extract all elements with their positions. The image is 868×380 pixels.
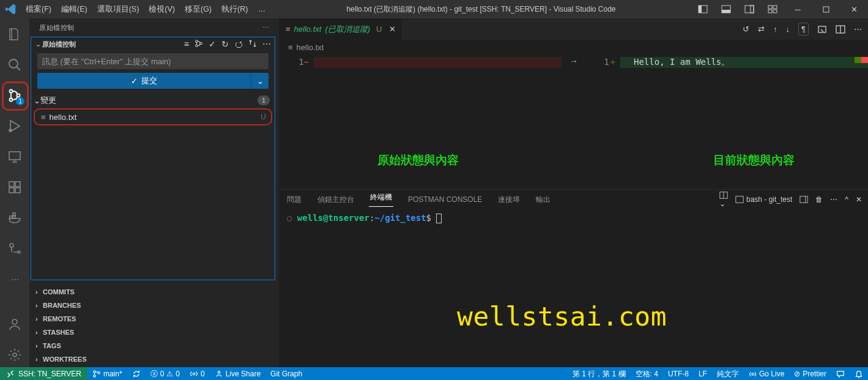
accounts-icon[interactable] — [0, 312, 29, 337]
gitlens-icon[interactable] — [0, 236, 29, 261]
panel-tab-problems[interactable]: 問題 — [286, 195, 303, 205]
status-encoding[interactable]: UTF-8 — [663, 367, 694, 380]
file-icon: ≡ — [41, 113, 46, 122]
status-prettier[interactable]: ⊘ Prettier — [789, 367, 831, 380]
kill-terminal-icon[interactable]: 🗑 — [815, 195, 823, 204]
minimize-button[interactable]: ─ — [784, 0, 812, 18]
editor-more-icon[interactable]: ⋯ — [854, 24, 862, 34]
file-status-badge: U — [261, 113, 266, 121]
split-editor-icon[interactable] — [836, 24, 845, 34]
status-remote[interactable]: SSH: TN_SERVER — [0, 367, 87, 380]
extensions-icon[interactable] — [0, 175, 29, 199]
status-bell-icon[interactable] — [850, 367, 868, 380]
terminal[interactable]: ○ wells@tnserver:~/git_test$ wellstsai.c… — [280, 209, 868, 366]
panel-more-icon[interactable]: ⋯ — [830, 195, 837, 204]
search-icon[interactable] — [0, 53, 29, 77]
status-liveshare[interactable]: Live Share — [210, 367, 265, 380]
status-eol[interactable]: LF — [694, 367, 712, 380]
status-errors[interactable]: ⓧ 0 ⚠ 0 — [146, 367, 185, 380]
diff-editor[interactable]: 1− 原始狀態與內容 → 1+ Hello, I am Wells。 目前狀態與… — [280, 54, 868, 189]
file-icon: ≡ — [286, 24, 291, 34]
group-remotes[interactable]: ›REMOTES — [29, 312, 279, 326]
group-worktrees[interactable]: ›WORKTREES — [29, 352, 279, 366]
history-icon[interactable]: ⭯ — [234, 39, 243, 49]
view-as-list-icon[interactable]: ≡ — [184, 39, 189, 49]
sidebar-more-icon[interactable]: ⋯ — [262, 24, 270, 32]
status-gitgraph[interactable]: Git Graph — [265, 367, 307, 380]
panel-tab-ports[interactable]: 連接埠 — [497, 195, 521, 205]
commit-message-input[interactable]: 訊息 (要在 "Ctrl+Enter" 上提交 main) — [37, 53, 269, 69]
annotation-current: 目前狀態與內容 — [713, 152, 795, 168]
menu-more[interactable]: … — [253, 0, 270, 18]
pull-push-icon[interactable] — [248, 39, 257, 49]
more-actions-icon[interactable]: ⋯ — [262, 39, 271, 49]
group-tags[interactable]: ›TAGS — [29, 339, 279, 352]
changes-count-badge: 1 — [258, 95, 270, 105]
refresh-icon[interactable]: ↻ — [221, 39, 229, 49]
vscode-logo-icon — [0, 4, 21, 15]
panel-tab-terminal[interactable]: 終端機 — [369, 192, 393, 207]
docker-icon[interactable] — [0, 206, 29, 230]
changed-file-row[interactable]: ≡ hello.txt U — [34, 108, 272, 125]
svg-rect-31 — [818, 26, 826, 32]
status-golive[interactable]: Go Live — [744, 367, 789, 380]
maximize-panel-icon[interactable]: ^ — [845, 195, 848, 204]
group-stashes[interactable]: ›STASHES — [29, 326, 279, 339]
split-terminal-icon[interactable]: ⌄ — [719, 191, 728, 208]
sidebar-title: 原始檔控制 ⋯ — [29, 18, 279, 37]
menu-edit[interactable]: 編輯(E) — [56, 0, 92, 18]
status-language[interactable]: 純文字 — [712, 367, 744, 380]
svg-rect-17 — [9, 182, 14, 187]
tab-close-icon[interactable]: ✕ — [389, 24, 396, 34]
panel-tab-debug[interactable]: 偵錯主控台 — [316, 195, 355, 205]
editor-tab-hello[interactable]: ≡ hello.txt (已取消追蹤) U ✕ — [280, 18, 402, 40]
settings-gear-icon[interactable] — [0, 343, 29, 367]
toggle-primary-sidebar-icon[interactable] — [697, 0, 709, 18]
open-file-icon[interactable] — [817, 24, 827, 34]
diff-original-pane[interactable]: 1− 原始狀態與內容 — [280, 54, 562, 189]
group-branches[interactable]: ›BRANCHES — [29, 299, 279, 312]
status-spaces[interactable]: 空格: 4 — [631, 367, 663, 380]
close-button[interactable]: ✕ — [840, 0, 868, 18]
panel-tab-postman[interactable]: POSTMAN CONSOLE — [407, 195, 483, 204]
source-control-icon[interactable]: 1 — [0, 83, 29, 108]
commit-dropdown-button[interactable]: ⌄ — [251, 73, 269, 89]
swap-icon[interactable]: ⇄ — [758, 24, 765, 34]
minimap[interactable] — [855, 54, 868, 189]
remote-explorer-icon[interactable] — [0, 144, 29, 169]
terminal-shell-label[interactable]: bash - git_test — [735, 195, 792, 204]
commit-button[interactable]: ✓ 提交 — [37, 73, 251, 89]
status-remote-label: SSH: TN_SERVER — [18, 370, 81, 378]
scm-section-header[interactable]: ⌄ 原始檔控制 ≡ ✓ ↻ ⭯ ⋯ — [31, 37, 275, 51]
new-terminal-icon[interactable] — [799, 195, 808, 204]
explorer-icon[interactable] — [0, 22, 29, 47]
arrow-up-icon[interactable]: ↑ — [773, 24, 777, 34]
diff-modified-pane[interactable]: 1+ Hello, I am Wells。 目前狀態與內容 — [586, 54, 868, 189]
menu-selection[interactable]: 選取項目(S) — [92, 0, 144, 18]
status-ports[interactable]: 0 — [185, 367, 210, 380]
group-commits[interactable]: ›COMMITS — [29, 285, 279, 299]
toggle-secondary-sidebar-icon[interactable] — [743, 0, 755, 18]
breadcrumb[interactable]: ≡ hello.txt — [280, 40, 868, 54]
menu-go[interactable]: 移至(G) — [180, 0, 217, 18]
changes-header[interactable]: ⌄ 變更 1 — [31, 94, 275, 107]
panel-tab-output[interactable]: 輸出 — [535, 195, 552, 205]
close-panel-icon[interactable]: ✕ — [856, 195, 862, 204]
go-back-icon[interactable]: ↺ — [743, 24, 749, 34]
arrow-down-icon[interactable]: ↓ — [786, 24, 790, 34]
toggle-panel-icon[interactable] — [720, 0, 732, 18]
commit-graph-icon[interactable] — [195, 39, 203, 49]
maximize-button[interactable] — [812, 0, 840, 18]
status-feedback-icon[interactable] — [831, 367, 850, 380]
status-sync[interactable] — [127, 367, 146, 380]
menu-run[interactable]: 執行(R) — [217, 0, 253, 18]
customize-layout-icon[interactable] — [766, 0, 779, 18]
status-cursor[interactable]: 第 1 行，第 1 欄 — [568, 367, 631, 380]
pilcrow-icon[interactable]: ¶ — [798, 23, 809, 35]
run-debug-icon[interactable] — [0, 114, 29, 138]
checkmark-icon[interactable]: ✓ — [209, 39, 216, 49]
more-views-icon[interactable]: ⋯ — [0, 267, 29, 291]
menu-file[interactable]: 檔案(F) — [21, 0, 56, 18]
menu-view[interactable]: 檢視(V) — [144, 0, 180, 18]
status-branch[interactable]: main* — [87, 367, 127, 380]
